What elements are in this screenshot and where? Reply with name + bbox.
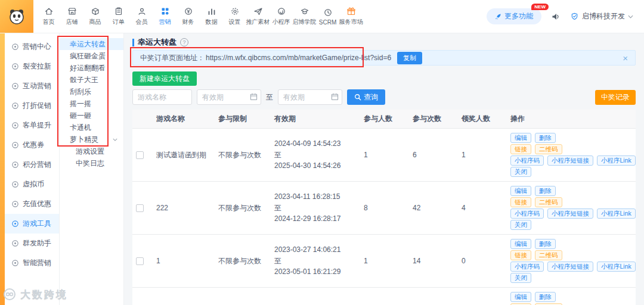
- sidebar-item-virtual-currency[interactable]: 虚拟币: [5, 175, 59, 194]
- end-date-wrap: [278, 89, 342, 105]
- cell-participants: 1: [360, 288, 409, 305]
- close-game-button[interactable]: 关闭: [510, 273, 531, 283]
- submenu-item-smash[interactable]: 砸一砸: [60, 110, 123, 122]
- sidebar-item-label: 群发助手: [23, 238, 51, 248]
- edit-button[interactable]: 编辑: [510, 292, 531, 302]
- qrcode-button[interactable]: 二维码: [535, 197, 562, 207]
- delete-button[interactable]: 删除: [535, 133, 556, 143]
- sidebar-item-fission-growth[interactable]: 裂变拉新: [5, 57, 59, 76]
- end-date-input[interactable]: [278, 89, 342, 105]
- start-date-input[interactable]: [197, 89, 261, 105]
- game-name-input[interactable]: [132, 89, 192, 105]
- submenu-item-dice-king[interactable]: 骰子大王: [60, 74, 123, 86]
- mini-link-button[interactable]: 小程序Link: [597, 155, 636, 166]
- topnav-qibo-academy[interactable]: 启博学院: [293, 7, 316, 26]
- link-button[interactable]: 链接: [510, 250, 531, 260]
- sidebar-item-order-boost[interactable]: 客单提升: [5, 116, 59, 135]
- qrcode-button[interactable]: 二维码: [535, 144, 562, 154]
- link-button[interactable]: 链接: [510, 197, 531, 207]
- submenu-item-scratch-card[interactable]: 刮刮乐: [60, 86, 123, 98]
- submenu-item-prize-log[interactable]: 中奖日志: [60, 157, 123, 169]
- menu-icon: [11, 259, 19, 267]
- banner-close-icon[interactable]: ×: [623, 54, 628, 63]
- cell-validity: 2023-03-16 11:22:09 至: [271, 288, 360, 305]
- sidebar-item-points-marketing[interactable]: 积分营销: [5, 155, 59, 175]
- topnav-finance[interactable]: 财务: [177, 7, 200, 26]
- submenu-item-golden-egg[interactable]: 疯狂砸金蛋: [60, 50, 123, 62]
- sidebar-item-recharge-discount[interactable]: 充值优惠: [5, 194, 59, 214]
- topnav-service-market[interactable]: 服务市场: [339, 7, 363, 26]
- submenu-item-label: 游戏设置: [76, 147, 104, 157]
- submenu-item-label: 骰子大王: [70, 75, 98, 85]
- prize-records-button[interactable]: 中奖记录: [595, 90, 636, 105]
- submenu-item-shake[interactable]: 摇一摇: [60, 98, 123, 110]
- close-game-button[interactable]: 关闭: [510, 167, 531, 177]
- mini-short-link-button[interactable]: 小程序短链接: [547, 208, 593, 219]
- checkbox-column-header: [132, 110, 153, 129]
- qrcode-button[interactable]: 二维码: [535, 250, 562, 260]
- delete-button[interactable]: 删除: [535, 292, 556, 302]
- sidebar-item-discount-promotion[interactable]: 打折促销: [5, 96, 59, 116]
- submenu-item-radish-elf[interactable]: 萝卜精灵: [60, 133, 123, 145]
- sidebar-item-interactive-marketing[interactable]: 互动营销: [5, 76, 59, 96]
- row-checkbox[interactable]: [136, 204, 144, 212]
- topnav-promo-material[interactable]: 推广素材: [246, 7, 270, 26]
- mini-link-button[interactable]: 小程序Link: [597, 262, 636, 272]
- link-button[interactable]: 链接: [510, 144, 531, 154]
- topnav-products[interactable]: 商品: [83, 7, 107, 26]
- submenu-item-lucky-flip[interactable]: 好运翻翻看: [60, 62, 123, 74]
- mini-short-link-button[interactable]: 小程序短链接: [547, 262, 593, 272]
- edit-button[interactable]: 编辑: [510, 186, 531, 196]
- topnav-store[interactable]: 店铺: [60, 7, 83, 26]
- account-menu[interactable]: 启博科技开发: [570, 11, 633, 21]
- topnav-settings[interactable]: 设置: [223, 7, 246, 26]
- topnav-data[interactable]: 数据: [200, 7, 223, 26]
- search-button[interactable]: 查询: [347, 89, 385, 105]
- edit-button[interactable]: 编辑: [510, 239, 531, 249]
- home-icon: [44, 7, 54, 16]
- mini-short-link-button[interactable]: 小程序短链接: [547, 155, 593, 166]
- delete-button[interactable]: 删除: [535, 186, 556, 196]
- row-checkbox[interactable]: [136, 151, 144, 159]
- row-checkbox[interactable]: [136, 257, 144, 265]
- mini-code-button[interactable]: 小程序码: [510, 155, 544, 166]
- close-game-button[interactable]: 关闭: [510, 220, 531, 230]
- sidebar-item-label: 裂变拉新: [23, 61, 51, 71]
- submenu: 幸运大转盘 疯狂砸金蛋 好运翻翻看 骰子大王 刮刮乐 摇一摇 砸一砸 卡通机 萝…: [60, 33, 124, 305]
- sidebar-item-coupons[interactable]: 优惠券: [5, 135, 59, 155]
- gamepad-icon: [11, 220, 19, 228]
- topnav-scrm[interactable]: SCRM: [316, 8, 339, 26]
- topnav-home[interactable]: 首页: [37, 7, 60, 26]
- filter-row: 至 查询 中奖记录: [132, 89, 636, 105]
- menu-icon: [11, 122, 19, 129]
- nav-label: 营销: [159, 18, 171, 26]
- sidebar-item-mass-message-assistant[interactable]: 群发助手: [5, 234, 59, 253]
- edit-button[interactable]: 编辑: [510, 133, 531, 143]
- sidebar-item-game-tools[interactable]: 游戏工具: [5, 214, 59, 234]
- app-logo[interactable]: [0, 0, 33, 33]
- sidebar-item-marketing-center[interactable]: 营销中心: [5, 37, 59, 57]
- mini-link-button[interactable]: 小程序Link: [597, 208, 636, 219]
- cell-game-name: 1: [153, 235, 215, 288]
- delete-button[interactable]: 删除: [535, 239, 556, 249]
- panda-logo-icon: [7, 7, 27, 27]
- copy-button[interactable]: 复制: [397, 52, 422, 64]
- mini-code-button[interactable]: 小程序码: [510, 262, 544, 272]
- topnav-orders[interactable]: 订单: [107, 7, 130, 26]
- more-features-button[interactable]: 更多功能 NEW: [487, 8, 541, 24]
- announcement-speaker-icon[interactable]: [551, 12, 561, 21]
- topnav-members[interactable]: 会员: [130, 7, 153, 26]
- submenu-item-game-settings[interactable]: 游戏设置: [60, 145, 123, 157]
- topnav-marketing[interactable]: 营销: [153, 7, 177, 26]
- new-lucky-wheel-button[interactable]: 新建幸运大转盘: [132, 71, 197, 86]
- submenu-item-lucky-wheel[interactable]: 幸运大转盘: [60, 38, 123, 50]
- help-icon[interactable]: ?: [180, 38, 188, 46]
- nav-label: 数据: [206, 18, 218, 26]
- menu-icon: [11, 141, 19, 149]
- search-label: 查询: [364, 92, 378, 102]
- submenu-item-claw-machine[interactable]: 卡通机: [60, 122, 123, 133]
- mini-code-button[interactable]: 小程序码: [510, 208, 544, 219]
- topnav-mini-program[interactable]: 小程序: [270, 7, 293, 26]
- cell-validity: 2023-03-27 14:06:21 至 2023-05-01 16:21:2…: [271, 235, 360, 288]
- sidebar-item-smart-marketing[interactable]: 智能营销: [5, 253, 59, 273]
